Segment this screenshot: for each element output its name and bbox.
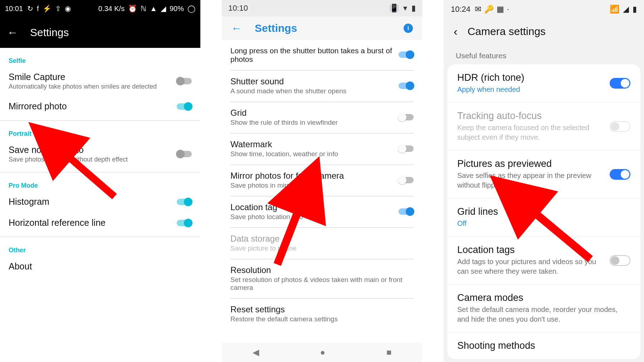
row-shooting-methods[interactable]: Shooting methods	[447, 332, 640, 359]
section-selfie: Selfie	[0, 48, 200, 67]
storage-sub: Save picture to phone	[230, 244, 409, 252]
mirror-sub: Save photos in mirror mode	[230, 182, 394, 189]
save-normal-sub: Save photos with and without depth effec…	[9, 156, 177, 163]
row-grid[interactable]: Grid Show the rule of thirds in viewfind…	[230, 102, 414, 134]
res-title: Resolution	[230, 265, 409, 275]
status-time: 10:24	[451, 5, 470, 14]
shoot-title: Shooting methods	[457, 340, 625, 351]
smile-capture-title: Smile Capture	[9, 72, 177, 82]
loc-toggle[interactable]	[399, 208, 414, 215]
row-location-tags[interactable]: Location tags Add tags to your pictures …	[447, 237, 640, 284]
back-icon[interactable]: ←	[231, 22, 242, 34]
hdr-title: HDR (rich tone)	[457, 72, 604, 83]
back-icon[interactable]: ←	[7, 26, 18, 39]
track-title: Tracking auto-focus	[457, 110, 604, 122]
modes-title: Camera modes	[457, 292, 625, 303]
section-portrait: Portrait	[0, 121, 200, 140]
burst-toggle[interactable]	[399, 51, 414, 58]
nav-home-icon[interactable]: ●	[320, 347, 326, 357]
row-shutter-sound[interactable]: Shutter sound A sound made when the shut…	[230, 71, 414, 102]
loc-title: Location tag	[230, 202, 394, 212]
app-header: ‹ Camera settings	[444, 19, 644, 44]
watermark-sub: Show time, location, weather or info	[230, 150, 394, 158]
row-save-normal-photo[interactable]: Save normal photo Save photos with and w…	[0, 140, 200, 169]
battery-percent: 90%	[170, 5, 184, 13]
bolt-icon: ⚡	[43, 4, 52, 13]
back-icon[interactable]: ‹	[454, 25, 458, 38]
row-smile-capture[interactable]: Smile Capture Automatically take photos …	[0, 67, 200, 96]
row-location-tag[interactable]: Location tag Save photo location info	[230, 197, 414, 228]
mirrored-photo-toggle[interactable]	[177, 103, 192, 110]
info-button[interactable]: i	[404, 24, 413, 33]
about-title: About	[9, 261, 192, 272]
wifi-icon: ▲	[150, 5, 157, 13]
row-mirrored-photo[interactable]: Mirrored photo	[0, 96, 200, 117]
settings-card: HDR (rich tone) Apply when needed Tracki…	[447, 64, 640, 359]
save-normal-toggle[interactable]	[177, 151, 192, 157]
hdr-toggle[interactable]	[610, 78, 630, 89]
grid-toggle[interactable]	[399, 114, 414, 120]
horizontal-ref-toggle[interactable]	[177, 220, 192, 226]
vibrate-icon: 📳	[389, 4, 399, 13]
battery-icon: ◯	[187, 4, 195, 13]
nav-bar: ◀ ● ■	[222, 343, 422, 362]
histogram-title: Histogram	[9, 197, 177, 207]
nfc-icon: ℕ	[141, 4, 146, 13]
watermark-toggle[interactable]	[399, 145, 414, 152]
row-tracking-af: Tracking auto-focus Keep the camera focu…	[447, 103, 640, 150]
page-title: Settings	[255, 22, 297, 34]
row-horizontal-ref[interactable]: Horizontal reference line	[0, 213, 200, 234]
notification-icon: ◉	[65, 4, 71, 13]
status-bar: 10:10 📳 ▾ ▮	[222, 0, 422, 16]
battery-icon: ▮	[411, 4, 416, 13]
reset-title: Reset settings	[230, 304, 409, 314]
histogram-toggle[interactable]	[177, 199, 192, 205]
track-toggle	[610, 121, 630, 132]
app-header: ← Settings i	[222, 16, 422, 40]
nav-back-icon[interactable]: ◀	[253, 347, 259, 357]
row-reset[interactable]: Reset settings Restore the default camer…	[230, 299, 414, 329]
smile-capture-sub: Automatically take photos when smiles ar…	[9, 83, 177, 90]
gridlines-title: Grid lines	[457, 206, 625, 217]
status-time: 10:01	[5, 5, 23, 13]
row-grid-lines[interactable]: Grid lines Off	[447, 198, 640, 237]
smile-capture-toggle[interactable]	[177, 78, 192, 84]
row-watermark[interactable]: Watermark Show time, location, weather o…	[230, 134, 414, 165]
facebook-icon: f	[37, 5, 39, 13]
page-title: Camera settings	[468, 25, 546, 38]
upload-icon: ⇧	[55, 4, 61, 13]
section-useful-features: Useful features	[444, 44, 644, 64]
row-about[interactable]: About	[0, 256, 200, 277]
app-icon: ▦	[497, 5, 504, 14]
mirrored-photo-title: Mirrored photo	[9, 101, 177, 111]
signal-icon: ◢	[623, 5, 629, 14]
mirror-title: Mirror photos for front camera	[230, 171, 394, 181]
row-pictures-previewed[interactable]: Pictures as previewed Save selfies as th…	[447, 150, 640, 198]
mirror-toggle[interactable]	[399, 177, 414, 183]
horizontal-ref-title: Horizontal reference line	[9, 218, 177, 228]
watermark-title: Watermark	[230, 139, 394, 149]
preview-toggle[interactable]	[610, 169, 630, 180]
save-normal-title: Save normal photo	[9, 145, 177, 155]
row-mirror-front[interactable]: Mirror photos for front camera Save phot…	[230, 165, 414, 197]
row-camera-modes[interactable]: Camera modes Set the default camera mode…	[447, 284, 640, 332]
loctags-sub: Add tags to your pictures and videos so …	[457, 257, 604, 276]
row-histogram[interactable]: Histogram	[0, 192, 200, 213]
row-burst[interactable]: Long press on the shutter button takes a…	[230, 40, 414, 71]
signal-icon: ◢	[161, 4, 166, 13]
battery-icon: ▮	[633, 5, 637, 14]
loctags-title: Location tags	[457, 244, 604, 256]
wifi-icon: ▾	[403, 4, 407, 13]
loctags-toggle[interactable]	[610, 255, 630, 266]
status-bar: 10:01 ↻ f ⚡ ⇧ ◉ 0.34 K/s ⏰ ℕ ▲ ◢ 90% ◯	[0, 0, 200, 17]
reset-sub: Restore the default camera settings	[230, 315, 409, 323]
grid-sub: Show the rule of thirds in viewfinder	[230, 119, 394, 127]
row-hdr[interactable]: HDR (rich tone) Apply when needed	[447, 64, 640, 103]
shutter-title: Shutter sound	[230, 76, 394, 86]
dot-icon: ·	[507, 5, 509, 14]
wifi-calling-icon: ↻	[27, 4, 33, 13]
shutter-toggle[interactable]	[399, 83, 414, 89]
row-resolution[interactable]: Resolution Set resolution of photos & vi…	[230, 259, 414, 299]
nav-recents-icon[interactable]: ■	[386, 347, 392, 357]
gmail-icon: ✉	[475, 5, 481, 14]
